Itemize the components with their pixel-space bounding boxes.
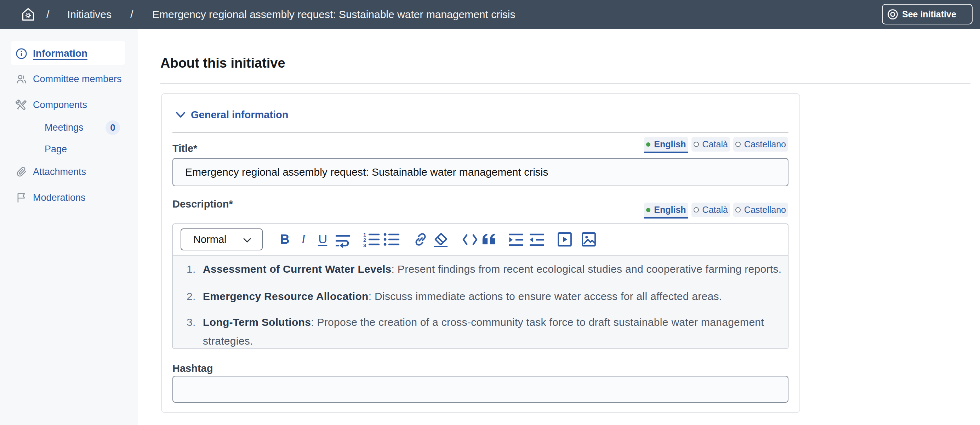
svg-text:3: 3 bbox=[363, 242, 366, 247]
